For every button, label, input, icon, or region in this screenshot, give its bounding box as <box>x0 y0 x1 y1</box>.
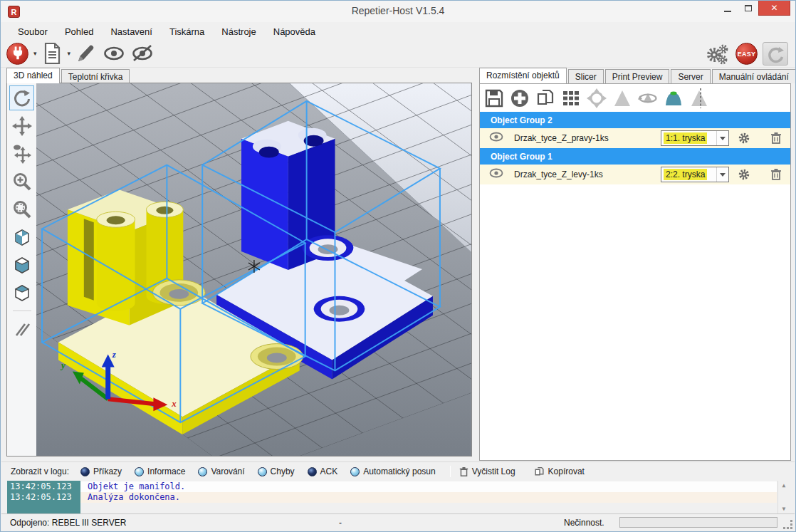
trash-icon <box>459 466 468 477</box>
object-row[interactable]: Drzak_tyce_Z_levy-1ks 2:2. tryska <box>480 165 790 184</box>
toggle-varovani[interactable]: Varování <box>198 466 244 476</box>
toggle-prikazy[interactable]: Příkazy <box>80 466 122 476</box>
tab-slicer[interactable]: Slicer <box>568 69 604 83</box>
circular-arrows-icon <box>765 44 785 64</box>
toggle-chyby[interactable]: Chyby <box>258 466 295 476</box>
center-object-button[interactable] <box>586 88 607 109</box>
move-viewpoint-button[interactable] <box>9 141 34 166</box>
menu-item-nastaveni[interactable]: Nastavení <box>102 24 161 40</box>
object-settings-button[interactable] <box>738 132 750 147</box>
eye-icon <box>102 44 126 63</box>
menu-item-tiskarna[interactable]: Tiskárna <box>161 24 213 40</box>
tab-server[interactable]: Server <box>671 69 710 83</box>
easy-mode-button[interactable]: EASY <box>735 43 758 65</box>
log-filter-label: Zobrazit v logu: <box>11 466 69 476</box>
close-button[interactable]: ✕ <box>758 1 790 16</box>
emergency-stop-button[interactable] <box>763 42 788 66</box>
zoom-fit-button[interactable] <box>9 197 34 221</box>
extruder-dropdown[interactable]: 1:1. tryska <box>661 130 729 146</box>
scale-object-button[interactable] <box>663 88 684 109</box>
tab-manualni-ovladani[interactable]: Manuální ovládání <box>712 69 796 83</box>
cut-object-button[interactable] <box>688 88 710 109</box>
plus-circle-icon <box>510 88 530 108</box>
toggle-label: Informace <box>147 466 185 476</box>
menu-item-nastroje[interactable]: Nástroje <box>213 24 264 40</box>
save-button[interactable] <box>483 88 505 109</box>
zoom-in-button[interactable] <box>9 169 34 194</box>
pencil-button[interactable] <box>75 42 98 65</box>
object-row[interactable]: Drzak_tyce_Z_pravy-1ks 1:1. tryska <box>480 128 790 148</box>
move-view-button[interactable] <box>9 113 34 138</box>
3d-viewport[interactable]: x y z <box>6 83 472 457</box>
cut-icon <box>689 88 709 108</box>
log-filter-bar: Zobrazit v logu: Příkazy Informace Varov… <box>1 461 795 481</box>
copy-log-button[interactable]: Kopírovat <box>534 466 585 477</box>
add-object-button[interactable] <box>509 88 530 109</box>
group-header[interactable]: Object Group 1 <box>480 148 790 165</box>
toggle-informace[interactable]: Informace <box>135 466 185 476</box>
move-icon <box>12 116 32 136</box>
rotate-object-button[interactable] <box>637 88 659 109</box>
resize-grip[interactable] <box>783 520 793 530</box>
center-icon <box>586 88 607 109</box>
load-button[interactable] <box>41 42 63 65</box>
svg-text:z: z <box>112 349 116 360</box>
show-filament-button[interactable] <box>102 44 126 63</box>
rotate-view-button[interactable] <box>9 85 34 110</box>
scroll-down-icon[interactable]: ▼ <box>782 506 786 512</box>
log-entry: 13:42:05.123 Analýza dokončena. <box>7 492 777 503</box>
move-viewpoint-icon <box>12 144 32 164</box>
maximize-icon <box>745 5 752 11</box>
tab-teplotni-krivka[interactable]: Teplotní křivka <box>61 69 130 83</box>
document-icon <box>41 42 63 65</box>
autoposition-button[interactable] <box>560 88 582 109</box>
top-view-button[interactable] <box>9 280 34 305</box>
extruder-value: 1:1. tryska <box>664 132 707 144</box>
chevron-down-icon[interactable] <box>716 167 728 182</box>
object-settings-button[interactable] <box>738 168 750 184</box>
toggle-ball-icon <box>350 467 360 476</box>
clear-log-button[interactable]: Vyčistit Log <box>459 466 515 477</box>
toggle-ball-icon <box>308 467 317 476</box>
group-title: Object Group 2 <box>491 115 553 125</box>
menu-item-napoveda[interactable]: Nápověda <box>265 24 324 40</box>
tab-3d-nahled[interactable]: 3D náhled <box>6 68 60 83</box>
object-name: Drzak_tyce_Z_pravy-1ks <box>514 133 609 143</box>
tab-rozmisteni-objektu[interactable]: Rozmístění objektů <box>479 68 567 83</box>
connect-button[interactable] <box>6 43 28 65</box>
drop-object-button[interactable] <box>612 88 633 109</box>
trash-icon <box>770 132 782 145</box>
chevron-down-icon[interactable] <box>716 131 728 145</box>
top-view-icon <box>12 283 32 303</box>
activity-status: Nečinnost. <box>564 518 604 528</box>
connect-dropdown-arrow[interactable]: ▾ <box>33 50 37 57</box>
parallel-projection-button[interactable] <box>9 317 34 342</box>
scroll-up-icon[interactable]: ▲ <box>782 482 786 489</box>
iso-view-button[interactable] <box>9 224 34 249</box>
clear-log-label: Vyčistit Log <box>472 466 515 476</box>
log-output[interactable]: 13:42:05.123 Objekt je manifold. 13:42:0… <box>1 481 795 513</box>
delete-object-button[interactable] <box>770 132 782 147</box>
load-dropdown-arrow[interactable]: ▾ <box>68 50 71 57</box>
window-title: Repetier-Host V1.5.4 <box>1 5 795 16</box>
maximize-button[interactable] <box>738 1 758 16</box>
group-header[interactable]: Object Group 2 <box>480 112 790 128</box>
log-scrollbar[interactable]: ▲ ▼ <box>777 481 790 513</box>
hide-travel-button[interactable] <box>130 44 155 63</box>
delete-object-button[interactable] <box>770 168 782 184</box>
copy-object-button[interactable] <box>535 88 556 109</box>
repetier-host-window: R Repetier-Host V1.5.4 ✕ Soubor Pohled N… <box>0 0 796 532</box>
visibility-toggle[interactable] <box>489 168 503 181</box>
toggle-ack[interactable]: ACK <box>308 466 338 476</box>
front-view-button[interactable] <box>9 252 34 277</box>
menu-item-soubor[interactable]: Soubor <box>9 24 56 40</box>
printer-settings-button[interactable] <box>705 43 730 66</box>
visibility-toggle[interactable] <box>489 132 503 145</box>
menu-item-pohled[interactable]: Pohled <box>56 24 102 40</box>
toggle-label: ACK <box>320 466 338 476</box>
tab-print-preview[interactable]: Print Preview <box>605 69 670 83</box>
toggle-automaticky-posun[interactable]: Automatický posun <box>350 466 435 476</box>
parallel-lines-icon <box>12 320 32 340</box>
minimize-button[interactable] <box>717 1 738 16</box>
extruder-dropdown[interactable]: 2:2. tryska <box>661 167 729 182</box>
